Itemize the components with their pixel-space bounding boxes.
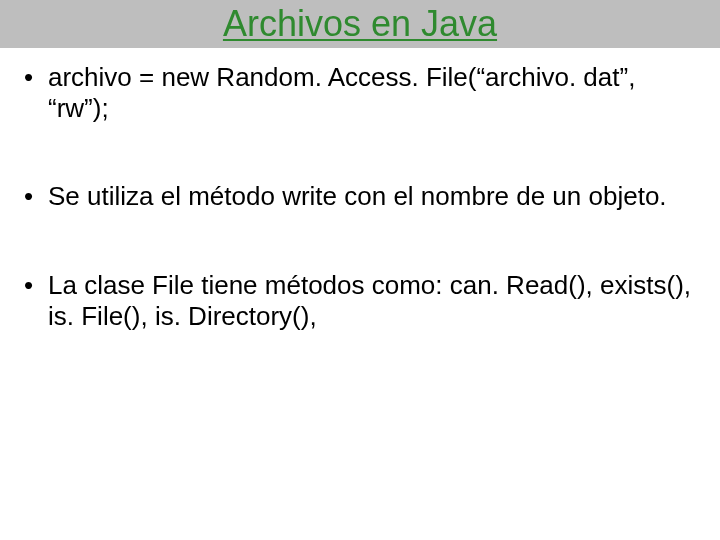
list-item: La clase File tiene métodos como: can. R… [24,270,700,331]
title-band: Archivos en Java [0,0,720,48]
slide: Archivos en Java archivo = new Random. A… [0,0,720,540]
list-item: archivo = new Random. Access. File(“arch… [24,62,700,123]
bullet-list: archivo = new Random. Access. File(“arch… [24,62,700,331]
slide-title: Archivos en Java [223,6,497,42]
list-item: Se utiliza el método write con el nombre… [24,181,700,212]
